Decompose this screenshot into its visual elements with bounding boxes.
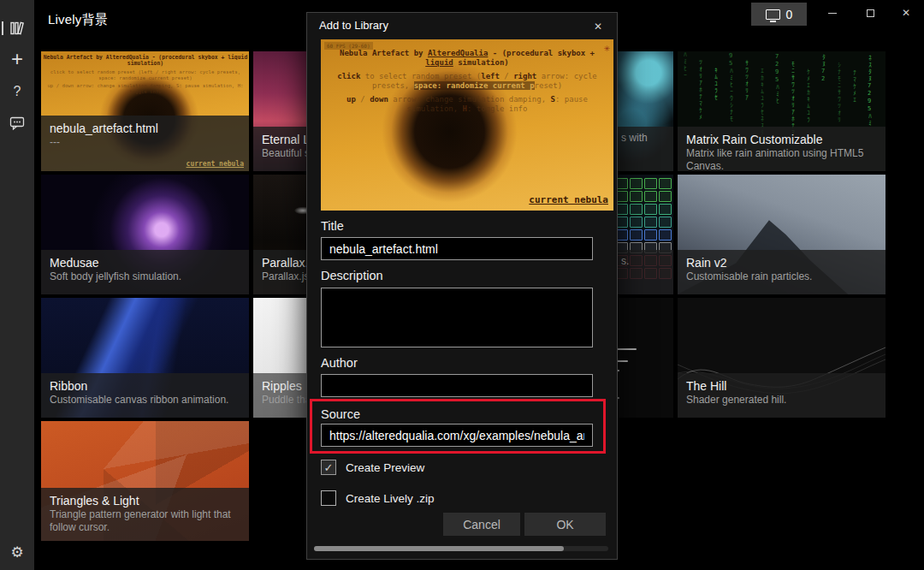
display-selector-button[interactable]: 0 [751,3,807,26]
tile-overlay-text: Nebula Artefact by AlteredQualia - (proc… [43,54,248,95]
tile-title: Medusae [50,255,240,270]
preview-instructions-line1: click to select random preset (left / ri… [326,72,608,91]
tile-title: Triangles & Light [50,493,240,508]
tile-label-bar: Ribbon Customisable canvas ribbon animat… [41,373,249,418]
tile-subtitle: Matrix like rain animation using HTML5 C… [686,147,877,171]
create-preview-checkbox[interactable]: ✓ [321,460,336,475]
create-preview-checkbox-row[interactable]: ✓ Create Preview [321,460,424,475]
dialog-horizontal-scrollbar[interactable] [314,546,608,551]
matrix-glyph-column: 95ﾊﾐﾋｰｳｼﾅﾓ [727,52,734,122]
plus-icon: + [11,47,23,71]
tile-subtitle: Triangle pattern generator with light th… [50,508,240,534]
tile-label-bar: Rain v2 Customisable rain particles. [678,250,886,294]
tile-subtitle: Soft body jellyfish simulation. [50,270,240,283]
sidebar-item-help[interactable]: ? [0,77,34,106]
maximize-icon [867,9,874,17]
matrix-glyph-column: ｻﾜﾂｵﾘｱ [743,60,749,101]
dialog-title: Add to Library [319,19,388,32]
tile-title: nebula_artefact.html [50,121,240,136]
display-number: 0 [786,8,793,21]
matrix-glyph-column: ﾊﾐﾋｰ [681,51,688,79]
sidebar: + ? ⚙ [0,0,34,570]
tile-subtitle: --- [50,136,240,149]
tile-title: Matrix Rain Customizable [686,132,877,147]
tile-title: Ribbon [50,378,240,394]
wallpaper-tile[interactable]: Nebula Artefact by AlteredQualia - (proc… [41,51,249,171]
alteredqualia-link[interactable]: AlteredQualia [428,49,488,57]
add-to-library-dialog: Add to Library ✕ 60 FPS (29-60) ✳ Nebula… [306,12,618,560]
matrix-glyph-column: ｼﾅﾓﾆｻﾜﾂｵﾘ [835,62,842,123]
tile-title: Rain v2 [686,255,877,270]
wallpaper-tile[interactable]: Medusae Soft body jellyfish simulation. [41,175,249,294]
tile-subtitle: Customisable rain particles. [686,270,877,283]
wallpaper-tile[interactable]: Triangles & Light Triangle pattern gener… [41,421,249,541]
checkmark-icon: ✓ [324,461,334,474]
library-books-icon [9,21,25,36]
description-input[interactable] [321,288,593,347]
tile-label-bar: Triangles & Light Triangle pattern gener… [41,488,249,541]
wallpaper-tile[interactable]: The Hill Shader generated hill. [678,298,886,418]
scrollbar-thumb[interactable] [314,546,564,551]
matrix-glyph-column: ﾈｽﾀﾇ7295ﾊﾐ [866,55,873,127]
ok-button[interactable]: OK [524,513,606,536]
tile-subtitle: Customisable canvas ribbon animation. [50,394,240,407]
tile-label-bar: The Hill Shader generated hill. [678,373,886,418]
wallpaper-preview-image: 60 FPS (29-60) ✳ Nebula Artefact by Alte… [321,39,613,211]
wallpaper-tile[interactable]: Ribbon Customisable canvas ribbon animat… [41,298,249,418]
current-nebula-link[interactable]: current nebula [529,194,608,205]
window-close-button[interactable]: ✕ [888,0,924,26]
matrix-glyph-column: ｹﾒｴｶｷﾑﾕﾗ [804,68,811,123]
lively-app-window: Lively背景 0 ✕ + ? ⚙ [0,0,924,570]
tile-title: The Hill [686,378,877,394]
source-field-label: Source [321,407,360,421]
sidebar-item-settings[interactable]: ⚙ [0,537,34,567]
fps-counter: 60 FPS (29-60) [324,42,373,50]
matrix-glyph-column: ﾂｵﾘｱﾎﾃﾏｹﾒ [696,59,703,121]
source-input[interactable] [321,424,593,447]
cancel-button[interactable]: Cancel [443,513,520,536]
create-zip-label: Create Lively .zip [346,492,435,505]
sidebar-item-library[interactable] [0,14,34,43]
feedback-bubble-icon [9,116,25,130]
title-input[interactable] [321,237,593,260]
sidebar-item-add[interactable]: + [0,45,34,74]
minimize-button[interactable] [814,0,850,26]
matrix-glyph-column: ﾃﾏｹﾒｴ [850,69,857,104]
create-zip-checkbox[interactable] [321,490,336,506]
current-nebula-mini-link: current nebula [187,160,244,168]
wallpaper-tile[interactable]: Rain v2 Customisable rain particles. [678,175,886,294]
matrix-glyph-column: ｷﾑﾕﾗｾ [712,67,719,101]
description-field-label: Description [321,269,383,282]
matrix-glyph-column: ﾀﾇ72 [820,54,826,83]
author-field-label: Author [321,356,358,370]
gear-icon: ⚙ [10,543,23,561]
liquid-link[interactable]: liquid [425,58,453,67]
preview-heading: Nebula Artefact by AlteredQualia - (proc… [328,49,607,68]
title-field-label: Title [321,219,344,233]
maximize-button[interactable] [852,0,888,26]
author-input[interactable] [321,374,593,397]
sidebar-item-feedback[interactable] [0,108,34,137]
tile-label-bar: Matrix Rain Customizable Matrix like rai… [678,127,886,171]
create-zip-checkbox-row[interactable]: Create Lively .zip [321,490,435,506]
question-icon: ? [14,84,21,99]
create-preview-label: Create Preview [346,461,424,474]
minimize-icon [828,13,837,14]
wallpaper-tile[interactable]: ﾊﾐﾋｰﾂｵﾘｱﾎﾃﾏｹﾒｷﾑﾕﾗｾ95ﾊﾐﾋｰｳｼﾅﾓｻﾜﾂｵﾘｱｴｶｷﾑﾕﾗ… [678,51,886,171]
monitor-icon [766,9,780,20]
preview-instructions-line2: up / down arrow: change simulation dampi… [326,95,608,114]
snowflake-icon: ✳ [604,42,610,54]
page-title: Lively背景 [48,9,108,27]
dialog-close-button[interactable]: ✕ [588,18,608,35]
tile-subtitle: Shader generated hill. [686,394,877,407]
matrix-glyph-column: 7295ﾊﾐﾋ [773,53,780,104]
tile-label-bar: Medusae Soft body jellyfish simulation. [41,250,249,294]
